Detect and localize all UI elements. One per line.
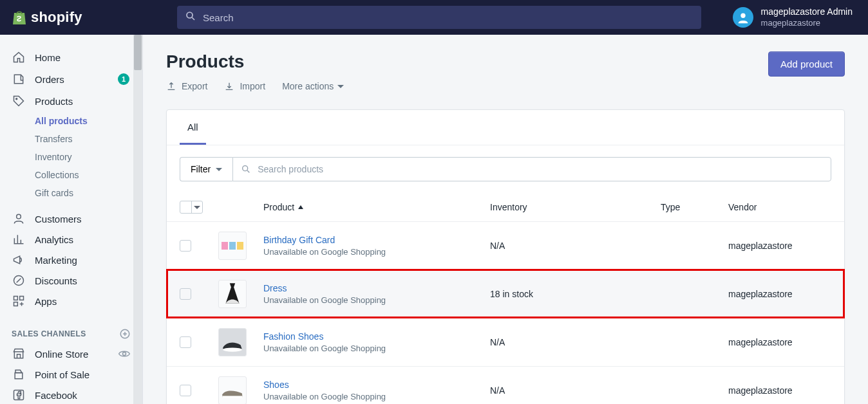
svg-point-3 (16, 98, 17, 100)
table-row[interactable]: Fashion ShoesUnavailable on Google Shopp… (167, 318, 844, 366)
column-product[interactable]: Product (263, 202, 490, 212)
inventory-cell: 18 in stock (490, 289, 661, 299)
tabs: All (167, 110, 844, 145)
svg-point-12 (243, 166, 248, 171)
apps-icon (12, 294, 26, 308)
vendor-cell: mageplazastore (728, 385, 831, 396)
caret-down-icon (337, 85, 344, 88)
table-row[interactable]: DressUnavailable on Google Shopping18 in… (167, 270, 844, 318)
svg-rect-7 (20, 297, 24, 300)
channel-pos[interactable]: Point of Sale (0, 364, 142, 385)
vendor-cell: mageplazastore (728, 337, 831, 347)
row-checkbox[interactable] (180, 385, 191, 396)
import-icon (224, 81, 234, 91)
channel-label: Point of Sale (35, 369, 90, 380)
product-subtext: Unavailable on Google Shopping (263, 392, 490, 401)
home-icon (12, 50, 26, 64)
view-store-icon[interactable] (118, 347, 131, 360)
product-search[interactable] (232, 157, 831, 181)
product-thumbnail (218, 232, 247, 260)
search-icon (241, 164, 251, 174)
svg-point-10 (123, 353, 126, 356)
sidebar-item-analytics[interactable]: Analytics (0, 229, 142, 250)
svg-point-15 (223, 347, 241, 351)
pos-icon (12, 367, 26, 381)
select-all-checkbox[interactable] (180, 201, 203, 214)
sidebar-item-label: Analytics (35, 234, 73, 245)
subnav-collections[interactable]: Collections (35, 166, 142, 184)
product-link[interactable]: Shoes (263, 380, 490, 390)
vendor-cell: mageplazastore (728, 289, 831, 299)
logo[interactable]: shopify (0, 9, 155, 26)
table-row[interactable]: ShoesUnavailable on Google ShoppingN/Ama… (167, 366, 844, 404)
export-icon (166, 81, 176, 91)
product-link[interactable]: Dress (263, 283, 490, 293)
filter-button[interactable]: Filter (180, 157, 232, 181)
subnav-gift-cards[interactable]: Gift cards (35, 184, 142, 202)
import-link[interactable]: Import (224, 81, 265, 91)
add-channel-icon[interactable] (119, 328, 131, 340)
product-subtext: Unavailable on Google Shopping (263, 344, 490, 353)
topbar: shopify mageplazastore Admin mageplazast… (0, 0, 868, 35)
column-vendor[interactable]: Vendor (728, 202, 831, 212)
analytics-icon (12, 232, 26, 246)
svg-rect-8 (14, 302, 18, 306)
caret-down-icon (216, 168, 222, 171)
sidebar-item-home[interactable]: Home (0, 46, 142, 68)
product-subtext: Unavailable on Google Shopping (263, 247, 490, 257)
channel-facebook[interactable]: Facebook (0, 385, 142, 404)
product-link[interactable]: Birthday Gift Card (263, 235, 490, 245)
sidebar-item-apps[interactable]: Apps (0, 291, 142, 311)
subnav-inventory[interactable]: Inventory (35, 148, 142, 166)
sales-channels-header: SALES CHANNELS (0, 322, 142, 344)
channel-label: Online Store (35, 349, 88, 360)
column-type[interactable]: Type (661, 202, 728, 212)
svg-point-0 (187, 12, 193, 18)
sidebar-item-customers[interactable]: Customers (0, 208, 142, 229)
global-search[interactable] (177, 6, 701, 29)
user-menu[interactable]: mageplazastore Admin mageplazastore (724, 6, 868, 28)
discounts-icon (12, 273, 26, 288)
export-link[interactable]: Export (166, 81, 207, 91)
row-checkbox[interactable] (180, 336, 191, 348)
inventory-cell: N/A (490, 385, 661, 396)
customers-icon (12, 212, 26, 226)
column-inventory[interactable]: Inventory (490, 202, 661, 212)
channel-online-store[interactable]: Online Store (0, 344, 142, 364)
table-row[interactable]: Birthday Gift CardUnavailable on Google … (167, 221, 844, 270)
store-name: mageplazastore (761, 18, 853, 28)
svg-rect-6 (14, 297, 18, 300)
svg-rect-16 (222, 396, 243, 398)
search-input[interactable] (203, 12, 693, 23)
sidebar-item-label: Discounts (35, 275, 77, 286)
sidebar-item-products[interactable]: Products (0, 90, 142, 112)
sidebar-item-marketing[interactable]: Marketing (0, 250, 142, 270)
online-store-icon (12, 347, 26, 361)
sidebar-item-discounts[interactable]: Discounts (0, 270, 142, 291)
sidebar-item-label: Home (35, 52, 61, 63)
sidebar-item-label: Marketing (35, 255, 77, 266)
page-title: Products (166, 51, 344, 72)
sort-asc-icon (298, 205, 303, 209)
product-thumbnail (218, 376, 247, 404)
content: Products Export Import More actions (143, 35, 868, 404)
marketing-icon (12, 253, 26, 267)
sidebar: Home Orders 1 Products All products Tran… (0, 35, 143, 404)
more-actions-dropdown[interactable]: More actions (282, 81, 344, 91)
subnav-all-products[interactable]: All products (35, 112, 142, 130)
sidebar-item-label: Apps (35, 296, 57, 307)
search-zone (155, 6, 724, 29)
row-checkbox[interactable] (180, 240, 191, 252)
product-link[interactable]: Fashion Shoes (263, 331, 490, 342)
channel-label: Facebook (35, 390, 77, 401)
svg-point-2 (741, 14, 745, 18)
user-name: mageplazastore Admin (761, 6, 853, 18)
product-search-input[interactable] (258, 158, 823, 181)
row-checkbox[interactable] (180, 288, 191, 300)
sidebar-item-orders[interactable]: Orders 1 (0, 68, 142, 90)
subnav-transfers[interactable]: Transfers (35, 130, 142, 148)
tab-all[interactable]: All (180, 110, 206, 145)
add-product-button[interactable]: Add product (768, 51, 845, 77)
facebook-icon (12, 388, 26, 402)
svg-line-1 (192, 17, 194, 20)
